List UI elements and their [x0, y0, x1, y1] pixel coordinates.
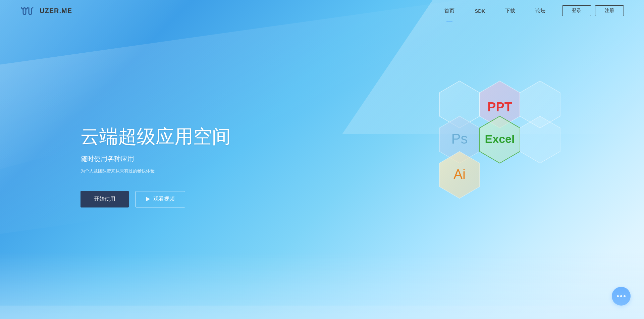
hex-ppt-label: PPT	[487, 100, 512, 114]
chat-dot-2	[620, 295, 622, 297]
hero-subtitle: 随时使用各种应用	[80, 154, 231, 163]
hero-desc: 为个人及团队带来从未有过的畅快体验	[80, 168, 231, 174]
nav-links: 首页 SDK 下载 论坛	[444, 8, 545, 14]
logo: UZER.ME	[20, 6, 72, 16]
nav-buttons: 登录 注册	[562, 5, 624, 16]
login-button[interactable]: 登录	[562, 5, 591, 16]
hex-empty-right	[520, 116, 560, 163]
chat-dot-3	[624, 295, 626, 297]
navbar: UZER.ME 首页 SDK 下载 论坛 登录 注册	[0, 0, 644, 21]
hex-ai-label: Ai	[453, 166, 466, 181]
chat-dot-1	[617, 295, 619, 297]
nav-link-home[interactable]: 首页	[444, 8, 454, 14]
bottom-bar	[0, 306, 644, 319]
register-button[interactable]: 注册	[595, 5, 624, 16]
video-button[interactable]: 观看视频	[136, 191, 185, 207]
hero-title: 云端超级应用空间	[80, 125, 231, 148]
logo-icon	[20, 6, 36, 16]
play-icon	[146, 197, 150, 202]
start-button[interactable]: 开始使用	[80, 191, 129, 207]
hero-actions: 开始使用 观看视频	[80, 191, 231, 207]
nav-link-sdk[interactable]: SDK	[475, 8, 485, 14]
nav-link-forum[interactable]: 论坛	[535, 8, 545, 14]
video-label: 观看视频	[153, 196, 175, 203]
hero-content-left: 云端超级应用空间 随时使用各种应用 为个人及团队带来从未有过的畅快体验 开始使用…	[80, 125, 231, 207]
hexagon-svg: PPT Ps Excel Ai	[369, 76, 577, 250]
hex-excel-label: Excel	[485, 132, 515, 145]
chat-bubble[interactable]	[612, 287, 631, 306]
hex-grid: PPT Ps Excel Ai	[369, 76, 577, 250]
chat-dots	[617, 295, 626, 297]
logo-text: UZER.ME	[40, 7, 72, 15]
nav-link-download[interactable]: 下载	[505, 8, 515, 14]
hex-ps-label: Ps	[451, 131, 468, 147]
hero-section: UZER.ME 首页 SDK 下载 论坛 登录 注册 云端超级应用空间 随时使用…	[0, 0, 644, 319]
